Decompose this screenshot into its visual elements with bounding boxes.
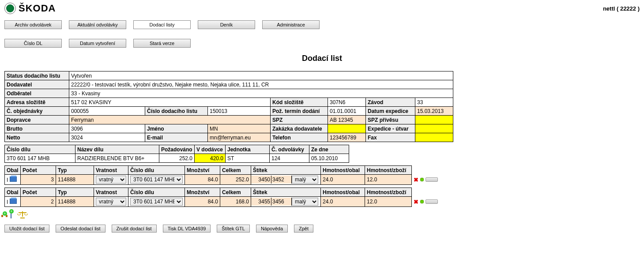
pack-stitek[interactable]: malý	[251, 197, 321, 207]
pack-hmz[interactable]	[365, 175, 412, 185]
gtl-button[interactable]: Štítek GTL	[217, 225, 250, 233]
brutto-label: Brutto	[5, 124, 69, 133]
kod-label: Kód složiště	[271, 98, 328, 107]
nav-dodaci-listy[interactable]: Dodací listy	[133, 20, 191, 29]
parts-row: 3T0 601 147 MHB RADZIERBLENDE BTV B6+ 25…	[5, 154, 349, 163]
nav-archiv[interactable]: Archiv odvolávek	[4, 20, 62, 29]
status-lamp-icon	[420, 200, 424, 203]
parts-col-zedne: Ze dne	[309, 145, 349, 154]
help-button[interactable]: Nápověda	[256, 225, 288, 233]
netto-value: 3024	[69, 133, 145, 142]
delete-icon[interactable]: ✖	[414, 176, 418, 183]
termin-label: Pož. termín dodání	[271, 107, 328, 116]
add-box-icon[interactable]: +	[11, 212, 11, 218]
pack-vrat[interactable]: vratný	[94, 175, 128, 185]
jmeno-value[interactable]: MN	[208, 124, 271, 133]
pack-pocet[interactable]	[21, 175, 56, 185]
send-button[interactable]: Odeslat dodací list	[56, 225, 105, 233]
part-poz: 252.0	[159, 154, 195, 163]
scale-icon[interactable]	[18, 211, 27, 218]
page-title: Dodací list	[4, 54, 640, 63]
pack-cislo[interactable]: 3T0 601 147 MHB	[128, 175, 185, 185]
nav-aktualni[interactable]: Aktuální odvolávky	[69, 20, 126, 29]
zavod-value: 33	[415, 98, 453, 107]
customer-label: Odběratel	[5, 89, 69, 98]
slider-icon[interactable]	[426, 177, 438, 182]
spz-value[interactable]: AB 12345	[328, 116, 366, 124]
cancel-button[interactable]: Zrušit dodací list	[112, 225, 157, 233]
pack-typ[interactable]	[56, 197, 94, 207]
pack-col-celkem: Celkem	[220, 166, 251, 175]
pack-actions: ✖	[412, 197, 443, 207]
part-jedn: ST	[226, 154, 270, 163]
pack-hmo[interactable]	[321, 197, 365, 207]
pack-cislo[interactable]: 3T0 601 147 MHB	[128, 197, 185, 207]
pack-stitek[interactable]: malý	[251, 175, 321, 185]
header-table: Status dodacího listu Vytvořen Dodavatel…	[4, 71, 453, 142]
nav-administrace[interactable]: Administrace	[262, 20, 320, 29]
nav-cislo-dl[interactable]: Číslo DL	[4, 39, 62, 48]
pack-obal: I	[5, 175, 21, 185]
pack-col-hmz: Hmotnost/zboží	[365, 166, 412, 175]
spzp-value[interactable]	[415, 116, 453, 124]
parts-col-cislo: Číslo dílu	[5, 145, 75, 154]
customer-value: 33 - Kvasiny	[69, 89, 453, 98]
pack-row: I vratný 3T0 601 147 MHB malý ✖	[5, 175, 443, 185]
parts-col-vdod: V dodávce	[195, 145, 226, 154]
pack-celkem[interactable]	[220, 175, 251, 185]
nav-denik[interactable]: Deník	[198, 20, 255, 29]
tel-value[interactable]: 123456789	[328, 133, 366, 142]
pack-vrat[interactable]: vratný	[94, 197, 128, 207]
exputv-label: Expedice - útvar	[366, 124, 415, 133]
brutto-value: 3096	[69, 124, 145, 133]
parts-table: Číslo dílu Název dílu Požadováno V dodáv…	[4, 145, 349, 163]
back-button[interactable]: Zpět	[294, 225, 313, 233]
exp-value[interactable]: 15.03.2013	[415, 107, 453, 116]
parts-col-jedn: Jednotka	[226, 145, 270, 154]
addr-value: 517 02 KVASINY	[69, 98, 271, 107]
nav-stara-verze[interactable]: Stará verze	[133, 39, 191, 48]
email-value[interactable]: mn@ferryman.eu	[208, 133, 271, 142]
jmeno-label: Jméno	[145, 124, 208, 133]
delete-icon[interactable]: ✖	[414, 199, 418, 205]
supplier-value: 22222/0 - testovací testík, výrobní druž…	[69, 80, 453, 89]
pack-hmo[interactable]	[321, 175, 365, 185]
dopr-value[interactable]: Ferryman	[69, 116, 271, 124]
pack-col-obal: Obal	[5, 166, 21, 175]
exp-label: Datum expedice	[366, 107, 415, 116]
parts-col-poz: Požadováno	[159, 145, 195, 154]
print-button[interactable]: Tisk DL VDA4939	[163, 225, 211, 233]
exputv-value[interactable]	[415, 124, 453, 133]
package-icon	[10, 176, 17, 182]
kod-value: 307N6	[328, 98, 366, 107]
packaging-table-1: Obal Počet Typ Vratnost Číslo dílu Množs…	[4, 165, 443, 185]
dl-value: 150013	[208, 107, 271, 116]
nav-datum-vytvoreni[interactable]: Datum vytvoření	[69, 39, 126, 48]
pack-celkem[interactable]	[220, 197, 251, 207]
pack-pocet[interactable]	[21, 197, 56, 207]
pack-typ[interactable]	[56, 175, 94, 185]
pack-col-cislo: Číslo dílu	[128, 166, 185, 175]
pack-row: I vratný 3T0 601 147 MHB malý ✖	[5, 197, 443, 207]
status-label: Status dodacího listu	[5, 71, 69, 80]
parts-col-codv: Č. odvolávky	[270, 145, 309, 154]
slider-icon[interactable]	[426, 199, 438, 204]
status-lamp-icon	[420, 178, 424, 181]
logo-icon	[4, 3, 16, 14]
pack-col-mnoz: Množství	[185, 166, 220, 175]
dl-label: Číslo dodacího listu	[145, 107, 208, 116]
spzp-label: SPZ přívěsu	[366, 116, 415, 124]
spz-label: SPZ	[271, 116, 328, 124]
package-icon	[10, 199, 17, 204]
obj-value: 000055	[69, 107, 145, 116]
pack-mnoz[interactable]	[185, 175, 220, 185]
fax-label: Fax	[366, 133, 415, 142]
save-button[interactable]: Uložit dodací list	[4, 225, 49, 233]
user-info: nettl ( 22222 )	[603, 5, 640, 12]
part-vdod[interactable]: 420.0	[195, 154, 226, 163]
pack-hmz[interactable]	[365, 197, 412, 207]
zak-value[interactable]	[328, 124, 366, 133]
termin-value: 01.01.0001	[328, 107, 366, 116]
pack-mnoz[interactable]	[185, 197, 220, 207]
fax-value[interactable]	[415, 133, 453, 142]
